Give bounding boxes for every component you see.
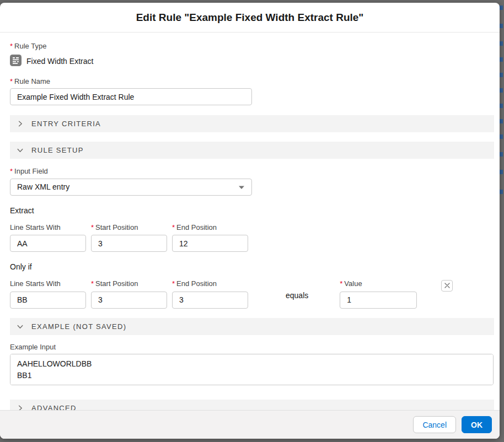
only-if-end-position-input[interactable] (172, 292, 248, 309)
only-if-heading: Only if (10, 262, 494, 271)
close-icon (444, 282, 450, 290)
rule-name-label: * Rule Name (10, 77, 494, 86)
required-marker: * (10, 167, 13, 176)
rule-type-text: Fixed Width Extract (26, 57, 93, 66)
only-if-operator: equals (286, 279, 308, 300)
only-if-value: * Value (340, 279, 417, 309)
section-header-rule-setup[interactable]: RULE SETUP (10, 142, 494, 159)
modal-content: * Rule Type Fixed Width Extract * Rule N… (0, 42, 500, 417)
input-field-label: * Input Field (10, 167, 494, 176)
modal-title: Edit Rule "Example Fixed Width Extract R… (136, 12, 364, 24)
backdrop-artifact (499, 152, 503, 157)
backdrop-artifact (499, 57, 503, 62)
required-marker: * (172, 279, 175, 288)
section-header-example[interactable]: EXAMPLE (NOT SAVED) (10, 318, 494, 335)
remove-condition-button[interactable] (441, 280, 453, 292)
input-field-selected-value: Raw XML entry (17, 182, 69, 191)
chevron-down-icon (17, 323, 24, 330)
required-marker: * (10, 77, 13, 86)
only-if-start-position: * Start Position (91, 279, 167, 309)
extract-line-starts-with: Line Starts With (10, 223, 86, 252)
section-header-entry-criteria[interactable]: ENTRY CRITERIA (10, 115, 494, 132)
only-if-value-input[interactable] (340, 292, 417, 309)
text-lines-icon (10, 55, 22, 68)
cancel-button[interactable]: Cancel (413, 416, 456, 433)
backdrop-artifact (499, 88, 503, 93)
input-field-select[interactable]: Raw XML entry (10, 179, 252, 196)
backdrop-artifact (499, 190, 503, 194)
required-marker: * (172, 223, 175, 232)
caret-down-icon (238, 182, 245, 191)
backdrop-artifact (499, 170, 503, 174)
extract-heading: Extract (10, 206, 494, 215)
backdrop-artifact (499, 119, 503, 123)
required-marker: * (10, 42, 13, 51)
chevron-right-icon (17, 120, 24, 127)
only-if-line-starts-with: Line Starts With (10, 279, 86, 309)
section-title: RULE SETUP (31, 146, 84, 154)
only-if-end-position: * End Position (172, 279, 248, 309)
rule-name-input[interactable] (10, 88, 252, 105)
chevron-down-icon (17, 147, 24, 154)
example-input-textarea[interactable]: AAHELLOWORLDBB BB1 (10, 354, 494, 385)
extract-end-position: * End Position (172, 223, 248, 252)
required-marker: * (91, 223, 94, 232)
example-input-label: Example Input (10, 343, 494, 352)
modal-footer: Cancel OK (0, 410, 500, 439)
extract-line-starts-with-input[interactable] (10, 235, 86, 252)
only-if-row: Line Starts With * Start Position * End … (10, 279, 494, 309)
section-title: ENTRY CRITERIA (31, 120, 101, 128)
section-title: EXAMPLE (NOT SAVED) (31, 322, 126, 331)
extract-start-position: * Start Position (91, 223, 167, 252)
only-if-start-position-input[interactable] (91, 292, 167, 309)
extract-end-position-input[interactable] (172, 235, 248, 252)
extract-start-position-input[interactable] (91, 235, 167, 252)
modal-header: Edit Rule "Example Fixed Width Extract R… (0, 3, 500, 33)
backdrop-artifact (499, 41, 503, 46)
rule-type-value: Fixed Width Extract (10, 55, 494, 68)
backdrop-artifact (499, 73, 503, 77)
backdrop-artifact (499, 104, 503, 108)
required-marker: * (340, 279, 342, 288)
only-if-line-starts-with-input[interactable] (10, 292, 86, 309)
extract-row: Line Starts With * Start Position * End … (10, 223, 494, 252)
ok-button[interactable]: OK (462, 416, 492, 433)
edit-rule-modal: Edit Rule "Example Fixed Width Extract R… (0, 3, 500, 439)
backdrop-artifact (499, 134, 503, 139)
rule-type-label: * Rule Type (10, 42, 494, 51)
required-marker: * (91, 279, 94, 288)
backdrop-artifact (499, 24, 503, 28)
backdrop-artifact (499, 6, 503, 10)
